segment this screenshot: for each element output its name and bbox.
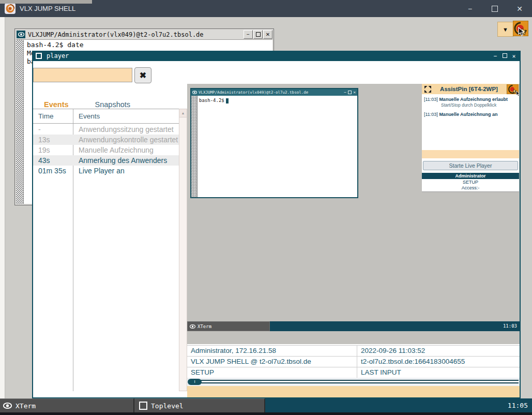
session-id: t2-ol7u2.tbsol.de:1664183004655 bbox=[357, 357, 520, 367]
taskbar-toplevel-label: Toplevel bbox=[151, 402, 184, 410]
assistpin-record-icon bbox=[507, 84, 519, 94]
compress-icon bbox=[424, 86, 431, 93]
chevron-down-icon: ▼ bbox=[503, 26, 508, 33]
player-maximize-button[interactable] bbox=[500, 53, 509, 60]
column-header-time: Time bbox=[38, 112, 54, 120]
embedded-terminal-window: VLXJUMP/Administrator(vlx049)@t2-ol7u2.t… bbox=[190, 88, 358, 198]
eye-icon bbox=[3, 403, 12, 409]
terminal-scrollbar[interactable] bbox=[16, 40, 24, 204]
maximize-icon bbox=[348, 91, 352, 94]
screen: VLX JUMP SHELL − ✕ ▼ VLXJUMP/Administr bbox=[0, 0, 532, 415]
assistpin-message: [11:03] Manuelle Aufzeichnung erlaubt bbox=[424, 97, 517, 102]
embedded-clock: 11:03 bbox=[503, 323, 517, 329]
assistpin-message: [11:03] Manuelle Aufzeichnung an bbox=[424, 112, 517, 117]
minimize-icon: − bbox=[344, 90, 346, 95]
player-close-button[interactable]: ✕ bbox=[509, 53, 519, 60]
taskbar: XTerm Toplevel bbox=[0, 398, 532, 412]
main-window-title: VLX JUMP SHELL bbox=[20, 5, 75, 12]
mouse-cursor-icon bbox=[518, 27, 525, 37]
status-bar bbox=[187, 386, 520, 397]
minimize-button[interactable]: − bbox=[458, 0, 482, 17]
top-edge-band bbox=[0, 0, 92, 4]
eye-icon bbox=[192, 91, 197, 94]
bottom-edge bbox=[0, 412, 532, 415]
player-window-controls: − ✕ bbox=[491, 51, 519, 61]
assistpin-access: Access:- bbox=[422, 185, 519, 190]
embedded-taskbar: XTerm 11:03 bbox=[187, 321, 520, 331]
maximize-button[interactable] bbox=[482, 0, 507, 17]
assistpin-mode: SETUP bbox=[422, 180, 519, 185]
embedded-terminal-scrollbar bbox=[191, 96, 197, 197]
events-table: Time Events - Anwendungssitzung gestarte… bbox=[33, 109, 179, 391]
start-live-player-button: Starte Live Player bbox=[423, 161, 518, 170]
text-cursor bbox=[226, 98, 229, 103]
assistpin-panel: AssistPin [6T4-2WP] bbox=[422, 84, 519, 192]
close-x-icon: ✖ bbox=[140, 70, 146, 80]
terminal-maximize-button[interactable] bbox=[253, 30, 263, 39]
slider-handle[interactable]: I bbox=[188, 379, 202, 385]
left-edge-strip bbox=[0, 17, 5, 398]
info-row: SETUP LAST INPUT bbox=[187, 367, 520, 378]
clear-search-button[interactable]: ✖ bbox=[134, 67, 151, 83]
session-info-table: Administrator, 172.16.21.58 2022-09-26 1… bbox=[187, 345, 520, 378]
table-row[interactable]: 13s Anwendungskontrolle gestartet bbox=[33, 135, 179, 145]
events-table-header: Time Events bbox=[33, 109, 179, 124]
search-input[interactable] bbox=[33, 68, 132, 82]
table-row[interactable]: 19s Manuelle Aufzeichnung bbox=[33, 145, 179, 155]
taskbar-item-toplevel[interactable]: Toplevel bbox=[134, 398, 265, 412]
maximize-icon bbox=[256, 32, 261, 37]
eye-icon bbox=[17, 31, 25, 38]
assistpin-user: Administrator bbox=[422, 173, 519, 179]
slider-track[interactable] bbox=[188, 380, 519, 383]
embedded-terminal-title: VLXJUMP/Administrator(vlx049)@t2-ol7u2.t… bbox=[199, 90, 344, 95]
close-button[interactable]: ✕ bbox=[507, 0, 532, 17]
app-logo-icon bbox=[5, 3, 16, 14]
player-title: player bbox=[47, 52, 69, 60]
embedded-xterm-label: XTerm bbox=[197, 324, 211, 329]
embedded-terminal-prompt: bash-4.2$ bbox=[199, 98, 229, 103]
window-icon bbox=[36, 53, 42, 59]
player-minimize-button[interactable]: − bbox=[491, 53, 500, 60]
taskbar-item-xterm[interactable]: XTerm bbox=[0, 398, 134, 412]
taskbar-xterm-label: XTerm bbox=[16, 402, 36, 410]
terminal-title: VLXJUMP/Administrator(vlx049)@t2-ol7u2.t… bbox=[28, 31, 243, 38]
arrow-up-icon: ▲ bbox=[181, 111, 185, 115]
close-icon: ✕ bbox=[353, 90, 356, 95]
player-window: player − ✕ ✖ Events Snapshots Time Event… bbox=[32, 51, 521, 398]
eye-icon bbox=[190, 324, 195, 329]
session-app: VLX JUMP SHELL @ t2-ol7u2.tbsol.de bbox=[187, 357, 357, 367]
assistpin-messages: [11:03] Manuelle Aufzeichnung erlaubt St… bbox=[422, 94, 519, 149]
session-user: Administrator, 172.16.21.58 bbox=[187, 346, 357, 356]
taskbar-clock: 11:05 bbox=[508, 402, 528, 409]
screenshot-viewer[interactable]: VLXJUMP/Administrator(vlx049)@t2-ol7u2.t… bbox=[187, 84, 520, 344]
embedded-terminal-titlebar: VLXJUMP/Administrator(vlx049)@t2-ol7u2.t… bbox=[191, 89, 357, 96]
events-scrollbar[interactable]: ▲ bbox=[179, 109, 187, 391]
embedded-xterm-button: XTerm bbox=[187, 321, 270, 331]
assistpin-header: AssistPin [6T4-2WP] bbox=[422, 84, 519, 94]
column-header-events: Events bbox=[79, 112, 100, 120]
player-titlebar[interactable]: player − ✕ bbox=[32, 51, 521, 61]
assistpin-title: AssistPin [6T4-2WP] bbox=[431, 86, 507, 92]
session-start-time: 2022-09-26 11:03:52 bbox=[357, 346, 520, 356]
assistpin-message-sub: Start/Stop durch Doppelklick bbox=[441, 102, 517, 108]
table-row[interactable]: 01m 35s Live Player an bbox=[33, 166, 179, 176]
scroll-up-button[interactable]: ▲ bbox=[179, 109, 187, 117]
tray-dropdown-button[interactable]: ▼ bbox=[497, 22, 513, 37]
terminal-close-button[interactable]: ✕ bbox=[263, 30, 272, 39]
assistpin-input bbox=[422, 150, 519, 158]
window-icon bbox=[139, 402, 147, 410]
table-row[interactable]: 43s Anmerkung des Anwenders bbox=[33, 155, 179, 166]
timeline-slider[interactable]: I bbox=[187, 378, 520, 386]
maximize-icon bbox=[503, 53, 507, 58]
table-row[interactable]: - Anwendungssitzung gestartet bbox=[33, 124, 179, 135]
terminal-minimize-button[interactable]: − bbox=[244, 30, 253, 39]
info-row: VLX JUMP SHELL @ t2-ol7u2.tbsol.de t2-ol… bbox=[187, 357, 520, 367]
session-mode: SETUP bbox=[187, 367, 357, 378]
info-row: Administrator, 172.16.21.58 2022-09-26 1… bbox=[187, 346, 520, 357]
maximize-icon bbox=[492, 6, 498, 12]
main-window-controls: − ✕ bbox=[458, 0, 532, 17]
session-last-input: LAST INPUT bbox=[357, 367, 520, 378]
terminal-titlebar[interactable]: VLXJUMP/Administrator(vlx049)@t2-ol7u2.t… bbox=[16, 29, 272, 40]
player-body: ✖ Events Snapshots Time Events - Anwendu… bbox=[33, 61, 520, 397]
